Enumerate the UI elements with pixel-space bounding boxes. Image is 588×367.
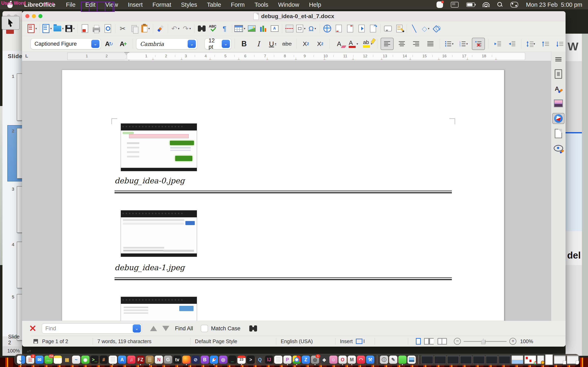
italic-button[interactable]: I [252, 38, 265, 50]
insert-table-icon[interactable]: ▾ [234, 23, 246, 34]
undo-icon[interactable]: ↶▾ [170, 23, 181, 34]
spotlight-search-icon[interactable] [497, 2, 503, 7]
wifi-icon[interactable] [483, 2, 490, 7]
dock-apple-tv-icon[interactable]: tv [173, 356, 181, 364]
minimized-window-thumb[interactable] [434, 355, 446, 364]
cut-icon[interactable]: ✂ [117, 23, 129, 34]
dock-mammoth-app-icon[interactable]: M [348, 356, 356, 364]
insert-chart-icon[interactable] [258, 23, 269, 34]
insert-mode[interactable]: Insert [340, 338, 353, 344]
superscript-button[interactable]: X2 [300, 38, 312, 50]
select-tool-button[interactable] [2, 16, 20, 30]
word-count[interactable]: 7 words, 119 characters [97, 338, 151, 344]
justify-button[interactable] [424, 38, 437, 50]
clone-formatting-icon[interactable] [155, 23, 166, 34]
dock-green-app-icon[interactable] [398, 356, 406, 364]
decrease-indent-button[interactable] [506, 38, 518, 50]
document-canvas[interactable]: debug_idea-0.jpeg debug_idea-1.jpeg [22, 61, 551, 321]
update-style-button[interactable]: A↻ [103, 38, 115, 50]
embedded-image-3[interactable] [121, 297, 197, 321]
keyboard-icon[interactable] [451, 2, 458, 8]
chevron-down-icon[interactable]: ⌄ [222, 40, 230, 48]
highlight-color-button[interactable]: ab▾ [362, 38, 374, 50]
dock-calendar-icon[interactable]: 23 [237, 356, 246, 364]
dock-xcode-icon[interactable]: ⚒ [366, 356, 374, 364]
underline-button[interactable]: U▾ [267, 38, 279, 50]
redo-icon[interactable]: ↷▾ [181, 23, 192, 34]
special-character-icon[interactable]: Ω▾ [307, 23, 318, 34]
dock-firefox-icon[interactable] [182, 356, 190, 364]
minimized-window-thumb[interactable] [537, 355, 544, 364]
new-document-icon[interactable]: ▾ [42, 23, 53, 34]
dock-notes-pen-icon[interactable]: ✎ [389, 356, 397, 364]
font-color-button[interactable]: A▾ [347, 38, 360, 50]
increase-paragraph-spacing-button[interactable] [539, 38, 551, 50]
font-name-select[interactable]: Cambria ⌄ [136, 38, 198, 49]
increase-indent-button[interactable] [492, 38, 504, 50]
zoom-out-icon[interactable]: − [454, 338, 461, 345]
dock-zoom-icon[interactable]: Z [302, 356, 310, 364]
sidebar-tab-styles-deck[interactable]: A [553, 83, 564, 94]
subscript-button[interactable]: X2 [314, 38, 326, 50]
line-spacing-button[interactable]: ▾ [525, 38, 537, 50]
clear-formatting-button[interactable]: A [333, 38, 345, 50]
selection-mode-icon[interactable] [356, 339, 362, 344]
page-break-icon[interactable] [284, 23, 295, 34]
slides-zoom-stepper[interactable]: ▴▾ [27, 349, 31, 353]
menu-insert[interactable]: Insert [123, 1, 148, 8]
page-style[interactable]: Default Page Style [195, 338, 237, 344]
dock-reminders-icon[interactable]: ☰3 [26, 356, 34, 364]
save-status-icon[interactable] [34, 339, 38, 343]
zoom-value[interactable]: 100% [520, 338, 533, 344]
minimized-window-thumb[interactable] [554, 355, 566, 364]
basic-shapes-icon[interactable]: ◇▾ [420, 23, 432, 34]
dock-terminal-icon[interactable]: >_ [90, 356, 99, 364]
dock-paint-app-icon[interactable]: P [283, 356, 292, 364]
menu-window[interactable]: Window [273, 1, 304, 8]
dock-calculator-icon[interactable]: # [100, 356, 108, 364]
menu-form[interactable]: Form [226, 1, 250, 8]
minimized-window-thumb[interactable] [567, 355, 579, 364]
maximize-button[interactable] [38, 14, 43, 18]
slide-thumbnail-4[interactable]: 4 [2, 242, 22, 287]
dock-camera-settings-icon[interactable]: ◎1 [311, 356, 319, 364]
paragraph-style-select[interactable]: Captioned Figure ⌄ [31, 38, 101, 49]
title-bar[interactable]: debug_idea-0_et-al_7.docx [22, 11, 566, 21]
find-previous-button[interactable] [150, 326, 157, 331]
find-next-button[interactable] [162, 326, 169, 331]
dock-contacts-icon[interactable]: ☰ [146, 356, 154, 364]
copy-icon[interactable] [129, 23, 140, 34]
notification-app-icon[interactable] [437, 1, 443, 8]
dock-news-icon[interactable]: N [155, 356, 163, 364]
bold-button[interactable]: B [238, 38, 250, 50]
dock-accessibility-folder-icon[interactable]: ⓘ [380, 356, 388, 364]
print-icon[interactable] [91, 23, 102, 34]
align-right-button[interactable] [410, 38, 422, 50]
dock-inkscape-icon[interactable]: ◆ [320, 356, 328, 364]
strikethrough-button[interactable]: abe [281, 38, 293, 50]
export-pdf-icon[interactable] [79, 23, 91, 34]
chevron-down-icon[interactable]: ⌄ [91, 40, 99, 48]
dock-kode-terminal-icon[interactable]: _ [228, 356, 236, 364]
chevron-down-icon[interactable]: ⌄ [133, 324, 141, 333]
find-input[interactable]: Find ⌄ [42, 323, 142, 334]
horizontal-ruler[interactable]: L 21123456789101112131415161718⊥⊥⊥⊥⊥⊥⊥⊥⊥… [22, 52, 551, 61]
paste-icon[interactable]: ▾ [140, 23, 151, 34]
slide-thumbnail-5[interactable]: 5 [2, 294, 22, 340]
sidebar-tab-accessibility-check[interactable] [553, 143, 564, 153]
dock-messages-icon[interactable]: …214 [44, 356, 53, 364]
single-page-view-icon[interactable] [416, 338, 421, 345]
new-style-button[interactable]: A+ [117, 38, 130, 50]
indent-marker[interactable] [124, 52, 129, 61]
insert-endnote-icon[interactable] [345, 23, 356, 34]
minimized-window-thumb[interactable] [524, 355, 536, 364]
menu-format[interactable]: Format [148, 1, 176, 8]
embedded-image-1[interactable] [121, 123, 197, 171]
dock-safari-icon[interactable] [210, 356, 218, 364]
draw-functions-icon[interactable] [432, 23, 443, 34]
multi-page-view-icon[interactable] [424, 338, 429, 345]
dock-textedit-icon[interactable] [109, 356, 117, 364]
sidebar-tab-gallery-deck[interactable] [553, 98, 564, 108]
tab-type-selector[interactable]: L [25, 53, 28, 59]
bullet-list-button[interactable]: ▾ [443, 38, 456, 50]
